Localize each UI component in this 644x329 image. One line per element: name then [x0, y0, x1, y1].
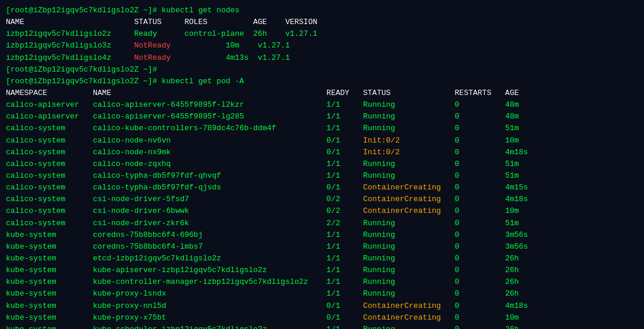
prompt-line-2: [root@iZbp12igqv5c7kdligslo2Z ~]# [6, 64, 638, 76]
pod-row: kube-system kube-proxy-nnl5d 0/1 Contain… [6, 300, 638, 312]
pod-row: calico-system calico-kube-controllers-78… [6, 123, 638, 134]
pod-row: kube-system kube-apiserver-izbp12igqv5c7… [6, 264, 638, 276]
pod-row: calico-system calico-node-nx9mk 0/1 Init… [6, 147, 638, 158]
pod-row: kube-system coredns-75b8bbc6f4-696bj 1/1… [6, 229, 638, 241]
pod-row: kube-system kube-proxy-lsndx 1/1 Running… [6, 288, 638, 300]
pods-header: NAMESPACE NAME READY STATUS RESTARTS AGE [6, 87, 638, 99]
pod-row: calico-system calico-node-nv6vn 0/1 Init… [6, 135, 638, 147]
node-row: izbp12igqv5c7kdligslo2z Ready control-pl… [6, 28, 638, 40]
pod-row: kube-system coredns-75b8bbc6f4-lmbs7 1/1… [6, 241, 638, 253]
pod-row: calico-system csi-node-driver-5fsd7 0/2 … [6, 194, 638, 205]
node-row: izbp12igqv5c7kdligslo4z NotReady 4m13s v… [6, 52, 638, 64]
command-line-1: [root@iZbp12igqv5c7kdligslo2Z ~]# kubect… [6, 5, 638, 16]
pod-row: calico-system csi-node-driver-6bwwk 0/2 … [6, 205, 638, 217]
nodes-list: izbp12igqv5c7kdligslo2z Ready control-pl… [6, 28, 638, 63]
pod-row: kube-system kube-proxy-x75bt 0/1 Contain… [6, 312, 638, 324]
pod-row: kube-system kube-scheduler-izbp12igqv5c7… [6, 324, 638, 329]
command-line-3: [root@iZbp12igqv5c7kdligslo2Z ~]# kubect… [6, 76, 638, 87]
pod-row: kube-system etcd-izbp12igqv5c7kdligslo2z… [6, 253, 638, 264]
terminal: [root@iZbp12igqv5c7kdligslo2Z ~]# kubect… [0, 0, 644, 329]
pod-row: calico-apiserver calico-apiserver-6455f9… [6, 99, 638, 111]
node-row: izbp12igqv5c7kdligslo3z NotReady 10m v1.… [6, 40, 638, 52]
pod-row: calico-apiserver calico-apiserver-6455f9… [6, 111, 638, 123]
pod-row: kube-system kube-controller-manager-izbp… [6, 276, 638, 288]
pod-row: calico-system calico-typha-db5f97fdf-qhv… [6, 170, 638, 182]
pod-row: calico-system csi-node-driver-zkr6k 2/2 … [6, 218, 638, 229]
pod-row: calico-system calico-typha-db5f97fdf-qjs… [6, 182, 638, 194]
pods-list: calico-apiserver calico-apiserver-6455f9… [6, 99, 638, 329]
nodes-header: NAME STATUS ROLES AGE VERSION [6, 16, 638, 28]
pod-row: calico-system calico-node-zqxhq 1/1 Runn… [6, 158, 638, 170]
